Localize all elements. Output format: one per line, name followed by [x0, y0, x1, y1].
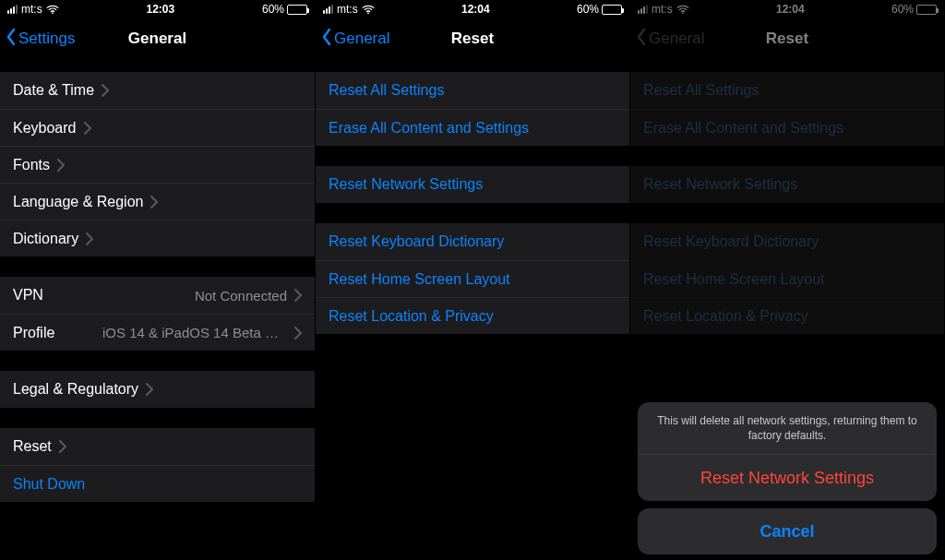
battery-indicator: 60%	[577, 3, 622, 16]
chevron-right-icon	[146, 383, 153, 396]
chevron-right-icon	[86, 232, 93, 245]
sheet-destructive-button[interactable]: Reset Network Settings	[638, 455, 937, 501]
nav-bar: GeneralReset	[316, 18, 629, 59]
status-bar: mt:s12:0360%	[0, 0, 315, 18]
settings-row[interactable]: Date & Time	[0, 72, 315, 109]
settings-row[interactable]: Reset All Settings	[316, 72, 629, 109]
row-label: Reset All Settings	[329, 82, 444, 99]
svg-point-2	[682, 12, 684, 14]
phone-pane: mt:s12:0460%GeneralResetReset All Settin…	[629, 0, 944, 560]
settings-group: VPNNot ConnectedProfileiOS 14 & iPadOS 1…	[0, 277, 315, 351]
nav-bar: GeneralReset	[630, 18, 944, 59]
battery-percent: 60%	[891, 3, 914, 16]
status-clock: 12:04	[461, 3, 490, 16]
settings-row[interactable]: Reset Home Screen Layout	[630, 260, 944, 297]
sheet-cancel-button[interactable]: Cancel	[638, 508, 937, 554]
settings-group: Date & TimeKeyboardFontsLanguage & Regio…	[0, 72, 315, 256]
chevron-right-icon	[102, 84, 109, 97]
action-sheet: This will delete all network settings, r…	[638, 402, 937, 554]
row-label: Reset Network Settings	[329, 176, 483, 193]
settings-row[interactable]: Reset Network Settings	[316, 166, 629, 203]
settings-row[interactable]: Erase All Content and Settings	[630, 109, 944, 146]
chevron-right-icon	[294, 327, 302, 340]
row-value: iOS 14 & iPadOS 14 Beta Softwar...	[102, 325, 287, 340]
status-clock: 12:04	[776, 3, 805, 16]
battery-indicator: 60%	[891, 3, 937, 16]
settings-row[interactable]: Reset Keyboard Dictionary	[630, 223, 944, 260]
battery-percent: 60%	[577, 3, 599, 16]
settings-row[interactable]: Fonts	[0, 146, 315, 183]
row-label: VPN	[13, 287, 43, 304]
chevron-right-icon	[84, 122, 91, 135]
settings-row[interactable]: Shut Down	[0, 465, 315, 502]
row-label: Legal & Regulatory	[13, 381, 138, 398]
back-label: Settings	[18, 30, 75, 48]
back-button[interactable]: Settings	[6, 18, 75, 59]
settings-row[interactable]: Language & Region	[0, 183, 315, 220]
settings-row[interactable]: Legal & Regulatory	[0, 371, 315, 408]
settings-row[interactable]: Reset Location & Privacy	[630, 297, 944, 334]
carrier-label: mt:s	[21, 3, 42, 16]
row-label: Fonts	[13, 157, 50, 173]
chevron-right-icon	[59, 440, 66, 453]
row-label: Reset Keyboard Dictionary	[329, 233, 504, 250]
settings-row[interactable]: Erase All Content and Settings	[316, 109, 629, 146]
status-clock: 12:03	[146, 3, 174, 16]
settings-row[interactable]: Reset Location & Privacy	[316, 297, 629, 334]
phone-pane: mt:s12:0360%SettingsGeneralDate & TimeKe…	[0, 0, 315, 560]
row-label: Erase All Content and Settings	[643, 120, 843, 137]
row-label: Reset All Settings	[643, 82, 759, 99]
chevron-right-icon	[294, 289, 302, 302]
settings-row[interactable]: Reset Network Settings	[630, 166, 944, 203]
signal-bars-icon	[323, 5, 333, 14]
row-label: Reset Home Screen Layout	[329, 271, 510, 288]
settings-row[interactable]: Reset Keyboard Dictionary	[316, 223, 629, 260]
settings-row[interactable]: Reset	[0, 428, 315, 465]
phone-pane: mt:s12:0460%GeneralResetReset All Settin…	[315, 0, 629, 560]
settings-group: Reset Network Settings	[316, 166, 629, 203]
settings-row[interactable]: Keyboard	[0, 109, 315, 146]
row-label: Reset Home Screen Layout	[643, 271, 825, 288]
signal-bars-icon	[638, 5, 648, 14]
wifi-icon	[46, 5, 59, 14]
settings-group: Reset Keyboard DictionaryReset Home Scre…	[630, 223, 944, 334]
wifi-icon	[676, 5, 689, 14]
settings-row[interactable]: VPNNot Connected	[0, 277, 315, 314]
back-button[interactable]: General	[636, 18, 704, 59]
content: Reset All SettingsErase All Content and …	[316, 59, 629, 560]
back-label: General	[649, 30, 704, 48]
battery-indicator: 60%	[262, 3, 307, 16]
settings-row[interactable]: Reset All Settings	[630, 72, 944, 109]
row-label: Reset	[13, 438, 52, 455]
nav-bar: SettingsGeneral	[0, 18, 315, 59]
settings-row[interactable]: Dictionary	[0, 220, 315, 256]
row-label: Shut Down	[13, 476, 85, 493]
svg-point-1	[367, 12, 369, 14]
settings-group: Reset Keyboard DictionaryReset Home Scre…	[316, 223, 629, 334]
settings-group: Reset Network Settings	[630, 166, 944, 203]
row-label: Reset Network Settings	[643, 176, 797, 193]
row-label: Reset Location & Privacy	[329, 308, 494, 325]
page-title: Reset	[766, 30, 808, 48]
chevron-right-icon	[57, 159, 65, 172]
settings-row[interactable]: Reset Home Screen Layout	[316, 260, 629, 297]
carrier-label: mt:s	[652, 3, 673, 16]
row-value: Not Connected	[195, 288, 287, 304]
page-title: General	[128, 30, 186, 48]
settings-row[interactable]: ProfileiOS 14 & iPadOS 14 Beta Softwar..…	[0, 314, 315, 351]
settings-group: Legal & Regulatory	[0, 371, 315, 408]
svg-point-0	[52, 12, 54, 14]
row-label: Reset Keyboard Dictionary	[643, 233, 819, 250]
battery-percent: 60%	[262, 3, 284, 16]
chevron-left-icon	[6, 28, 17, 51]
carrier-label: mt:s	[337, 3, 358, 16]
settings-group: Reset All SettingsErase All Content and …	[316, 72, 629, 146]
row-label: Language & Region	[13, 194, 143, 210]
status-bar: mt:s12:0460%	[316, 0, 629, 18]
signal-bars-icon	[7, 5, 18, 14]
battery-icon	[602, 5, 622, 15]
settings-group: ResetShut Down	[0, 428, 315, 502]
chevron-left-icon	[636, 28, 647, 51]
back-button[interactable]: General	[321, 18, 389, 59]
row-label: Date & Time	[13, 82, 94, 99]
